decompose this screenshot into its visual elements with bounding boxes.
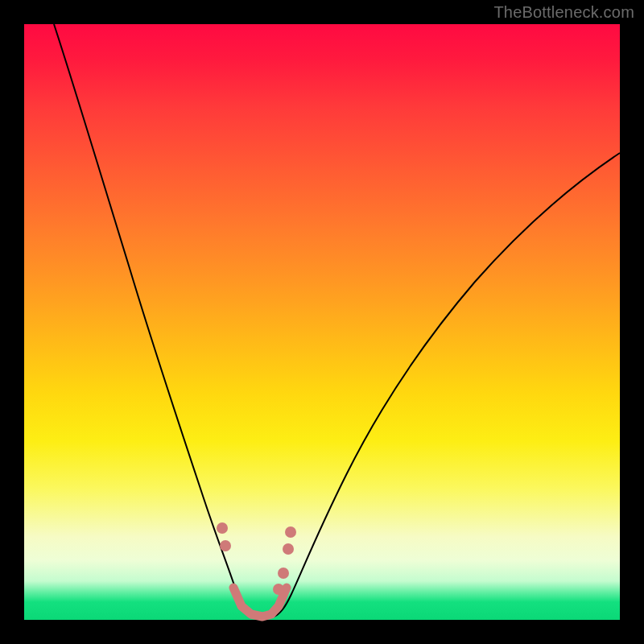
plot-area bbox=[24, 24, 620, 620]
watermark-text: TheBottleneck.com bbox=[493, 3, 634, 22]
highlight-dot bbox=[278, 568, 289, 579]
curve-layer bbox=[24, 24, 620, 620]
highlight-dot bbox=[273, 584, 284, 595]
curve-right-arm bbox=[274, 153, 620, 617]
highlight-dot bbox=[217, 522, 228, 534]
highlight-dot bbox=[283, 543, 294, 555]
highlight-dot bbox=[220, 540, 231, 551]
highlight-dot bbox=[285, 526, 296, 538]
chart-frame: TheBottleneck.com bbox=[0, 0, 644, 644]
